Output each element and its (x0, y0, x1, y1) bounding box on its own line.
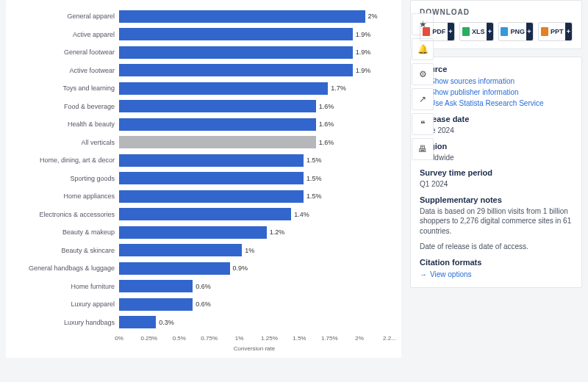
bar-value-label: 1.9% (353, 67, 371, 74)
bar-chart: General apparel2%Active apparel1.9%Gener… (18, 7, 390, 335)
bar-value-label: 2% (365, 12, 378, 20)
bar-category-label: General handbags & luggage (18, 264, 119, 272)
gear-icon: ⚙ (419, 69, 427, 79)
download-xls-button[interactable]: XLS+ (459, 22, 495, 41)
bar-category-label: Beauty & makeup (18, 228, 119, 236)
bar-fill[interactable] (119, 100, 316, 112)
bar-category-label: Toys and learning (18, 84, 119, 92)
plus-icon: + (448, 23, 454, 40)
bar-fill[interactable] (119, 64, 353, 76)
bar-category-label: All verticals (18, 139, 119, 146)
bar-fill[interactable] (119, 46, 353, 59)
share-button[interactable]: ↗ (412, 88, 434, 110)
bar-row: Luxury apparel0.6% (18, 295, 390, 314)
print-icon: 🖶 (418, 144, 427, 154)
quote-icon: ❝ (420, 119, 425, 129)
bar-row: Active apparel1.9% (18, 26, 390, 44)
citation-heading: Citation formats (420, 258, 573, 267)
x-axis: 0%0.25%0.5%0.75%1%1.25%1.5%1.75%2%2.2... (119, 335, 390, 344)
bar-row: Toys and learning1.7% (18, 79, 390, 98)
bar-row: Food & beverage1.6% (18, 98, 390, 116)
bar-value-label: 0.6% (193, 300, 211, 308)
x-axis-label: Conversion rate (119, 345, 390, 352)
period-value: Q1 2024 (420, 179, 573, 190)
bar-row: Electronics & accessories1.4% (18, 206, 390, 224)
chart-panel: General apparel2%Active apparel1.9%Gener… (6, 0, 401, 358)
axis-tick: 2% (355, 335, 364, 342)
bar-fill[interactable] (119, 298, 193, 311)
bar-category-label: Home furniture (18, 283, 119, 290)
bar-fill[interactable] (119, 280, 193, 292)
bar-row: General handbags & luggage0.9% (18, 259, 390, 278)
bar-value-label: 1.6% (316, 120, 334, 128)
print-button[interactable]: 🖶 (412, 138, 434, 160)
bar-row: Luxury handbags0.3% (18, 314, 390, 332)
supplementary-text: Data is based on 29 billion visits from … (420, 206, 573, 237)
cite-button[interactable]: ❝ (412, 113, 434, 135)
settings-button[interactable]: ⚙ (412, 63, 434, 85)
bar-value-label: 1.4% (291, 211, 309, 218)
supplementary-text-2: Date of release is date of access. (420, 242, 573, 252)
bar-row: General apparel2% (18, 7, 390, 26)
bar-category-label: Health & beauty (18, 120, 119, 128)
bar-value-label: 1.5% (304, 156, 322, 164)
bar-value-label: 1.2% (267, 228, 285, 236)
bar-value-label: 1.9% (353, 48, 371, 56)
info-panel: Source Show sources informationShow publ… (410, 57, 582, 288)
bar-row: Sporting goods1.5% (18, 170, 390, 188)
bar-row: Beauty & makeup1.2% (18, 223, 390, 242)
bell-icon: 🔔 (417, 44, 429, 54)
source-link[interactable]: Show publisher information (420, 87, 573, 98)
bar-fill[interactable] (119, 154, 304, 167)
bar-fill[interactable] (119, 208, 291, 220)
bar-row: All verticals1.6% (18, 134, 390, 152)
share-icon: ↗ (419, 94, 426, 104)
bar-fill[interactable] (119, 190, 304, 203)
bar-row: Home appliances1.5% (18, 187, 390, 206)
axis-tick: 0.25% (141, 335, 158, 342)
period-heading: Survey time period (420, 168, 573, 177)
plus-icon: + (487, 23, 493, 40)
bar-category-label: Sporting goods (18, 175, 119, 182)
bar-row: Home furniture0.6% (18, 278, 390, 296)
bar-fill[interactable] (119, 244, 242, 256)
bar-value-label: 0.6% (193, 283, 211, 290)
plus-icon: + (526, 23, 533, 40)
citation-link[interactable]: View options (420, 269, 573, 280)
bar-category-label: Active apparel (18, 31, 119, 38)
source-link[interactable]: Use Ask Statista Research Service (420, 98, 573, 109)
bar-category-label: Luxury handbags (18, 319, 119, 326)
bar-category-label: Home appliances (18, 192, 119, 200)
bar-fill[interactable] (119, 82, 328, 95)
bar-fill[interactable] (119, 172, 304, 184)
bar-value-label: 0.9% (230, 264, 248, 272)
bar-value-label: 1% (242, 247, 254, 254)
axis-tick: 1.5% (293, 335, 306, 342)
bar-row: Beauty & skincare1% (18, 242, 390, 260)
alert-button[interactable]: 🔔 (412, 38, 434, 60)
source-link[interactable]: Show sources information (420, 76, 573, 87)
source-heading: Source (420, 65, 573, 73)
bar-fill[interactable] (119, 10, 365, 23)
bar-category-label: Electronics & accessories (18, 211, 119, 218)
bar-fill[interactable] (119, 226, 267, 239)
png-icon (501, 27, 508, 36)
axis-tick: 0.5% (173, 335, 186, 342)
bar-row: General footwear1.9% (18, 43, 390, 62)
download-pdf-button[interactable]: PDF+ (420, 22, 455, 41)
axis-tick: 1.75% (321, 335, 338, 342)
download-png-button[interactable]: PNG+ (498, 22, 534, 41)
bar-category-label: Food & beverage (18, 103, 119, 110)
bar-fill[interactable] (119, 136, 316, 148)
bar-fill[interactable] (119, 316, 156, 328)
download-ppt-button[interactable]: PPT+ (538, 22, 573, 41)
bar-value-label: 1.6% (316, 139, 334, 146)
release-date-value: June 2024 (420, 126, 573, 136)
bar-row: Health & beauty1.6% (18, 115, 390, 134)
bar-fill[interactable] (119, 118, 316, 131)
axis-tick: 2.2... (383, 335, 396, 342)
bar-fill[interactable] (119, 262, 230, 275)
ppt-icon (541, 27, 548, 36)
xls-icon (462, 27, 470, 36)
bar-fill[interactable] (119, 28, 353, 40)
